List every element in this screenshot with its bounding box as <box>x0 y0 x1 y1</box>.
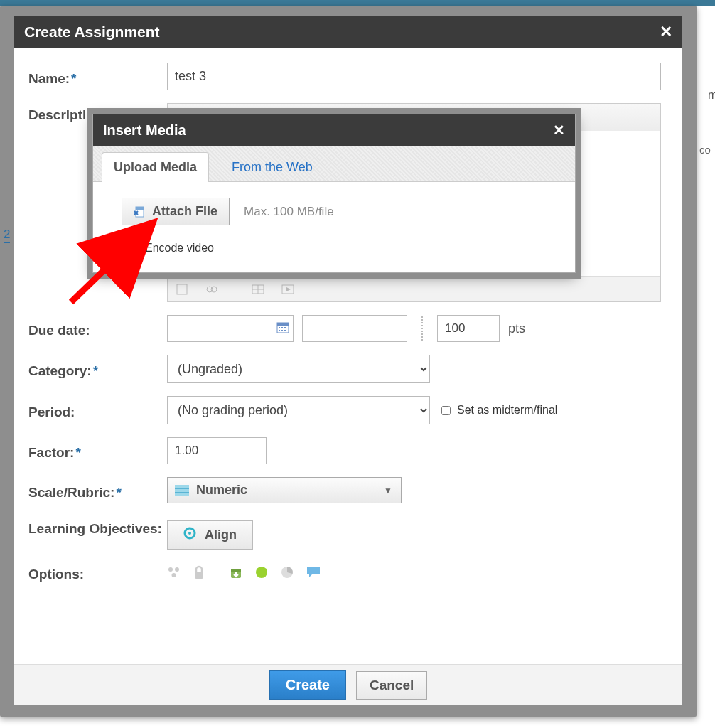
svg-rect-40 <box>195 572 203 579</box>
scale-dropdown[interactable]: Numeric ▼ <box>167 477 402 503</box>
calendar-icon[interactable] <box>276 321 289 336</box>
editor-bottom-toolbar <box>168 276 660 301</box>
svg-rect-27 <box>281 327 283 328</box>
share-icon[interactable] <box>167 565 181 579</box>
midterm-checkbox[interactable] <box>441 406 451 415</box>
create-button[interactable]: Create <box>269 670 346 700</box>
chevron-down-icon: ▼ <box>384 486 392 496</box>
row-period: Period: (No grading period) Set as midte… <box>28 396 668 424</box>
row-scale: Scale/Rubric:* Numeric ▼ <box>28 477 668 503</box>
attach-file-button[interactable]: Attach File <box>122 198 230 225</box>
dialog-header: Create Assignment ✕ <box>14 16 682 48</box>
row-options: Options: <box>28 562 668 582</box>
svg-rect-32 <box>175 485 189 496</box>
name-input[interactable] <box>167 63 661 90</box>
attachment-icon[interactable] <box>175 282 189 296</box>
factor-label-text: Factor: <box>28 445 74 460</box>
dotted-separator <box>421 316 423 341</box>
category-select[interactable]: (Ungraded) <box>167 355 430 383</box>
dialog-footer: Create Cancel <box>14 664 682 705</box>
cancel-button[interactable]: Cancel <box>356 671 427 700</box>
label-period: Period: <box>28 400 167 420</box>
label-scale: Scale/Rubric:* <box>28 481 167 500</box>
required-star: * <box>93 363 98 378</box>
label-name: Name:* <box>28 67 167 87</box>
svg-point-39 <box>172 573 176 577</box>
svg-rect-15 <box>177 284 187 294</box>
required-star: * <box>71 71 76 86</box>
svg-rect-26 <box>279 327 280 328</box>
due-date-input[interactable] <box>167 315 294 342</box>
media-icon[interactable] <box>281 282 295 296</box>
row-name: Name:* <box>28 63 668 90</box>
svg-rect-24 <box>277 323 289 326</box>
scale-value: Numeric <box>196 483 247 498</box>
row-due-date: Due date: pts <box>28 315 668 342</box>
attach-file-icon <box>134 205 146 218</box>
page-top-bar <box>0 0 715 6</box>
insert-media-title: Insert Media <box>103 122 186 139</box>
attach-file-label: Attach File <box>152 204 217 219</box>
insert-media-header: Insert Media ✕ <box>93 114 575 146</box>
scale-label-text: Scale/Rubric: <box>28 485 114 500</box>
due-time-input[interactable] <box>302 315 407 342</box>
svg-point-36 <box>188 532 191 535</box>
svg-point-37 <box>168 567 173 572</box>
status-dot-icon[interactable] <box>254 565 269 579</box>
encode-video-checkbox[interactable] <box>124 242 137 255</box>
link-icon[interactable] <box>205 282 219 296</box>
insert-media-tabs: Upload Media From the Web <box>93 146 575 182</box>
row-category: Category:* (Ungraded) <box>28 355 668 383</box>
tab-upload-media[interactable]: Upload Media <box>102 152 209 182</box>
insert-media-body: Attach File Max. 100 MB/file Encode vide… <box>93 182 575 272</box>
svg-rect-29 <box>279 330 280 331</box>
options-icons <box>167 564 321 581</box>
svg-marker-22 <box>286 287 291 291</box>
svg-rect-30 <box>281 330 283 331</box>
row-learning-objectives: Learning Objectives: Align <box>28 516 668 550</box>
close-icon[interactable]: ✕ <box>660 23 672 41</box>
svg-rect-28 <box>284 327 286 328</box>
factor-input[interactable] <box>167 437 267 464</box>
required-star: * <box>116 485 121 500</box>
target-icon <box>183 527 196 543</box>
insert-media-dialog: Insert Media ✕ Upload Media From the Web… <box>92 114 576 273</box>
midterm-label: Set as midterm/final <box>457 404 557 417</box>
svg-rect-46 <box>136 207 144 210</box>
package-icon[interactable] <box>229 565 243 579</box>
svg-rect-42 <box>231 569 241 572</box>
name-label-text: Name: <box>28 71 70 86</box>
scale-icon <box>175 485 189 496</box>
encode-video-label: Encode video <box>145 242 214 255</box>
category-label-text: Category: <box>28 363 92 378</box>
points-input[interactable] <box>437 315 500 342</box>
pie-icon[interactable] <box>280 565 294 579</box>
label-learning: Learning Objectives: <box>28 516 167 537</box>
svg-rect-31 <box>284 330 286 331</box>
required-star: * <box>75 445 80 460</box>
svg-point-43 <box>256 567 267 578</box>
separator <box>217 564 217 581</box>
row-factor: Factor:* <box>28 437 668 464</box>
bg-letter-m: m <box>708 89 715 102</box>
period-select[interactable]: (No grading period) <box>167 396 430 424</box>
label-options: Options: <box>28 562 167 582</box>
label-factor: Factor:* <box>28 441 167 461</box>
svg-point-38 <box>175 567 179 572</box>
points-label: pts <box>508 321 525 336</box>
separator <box>235 282 235 297</box>
file-size-hint: Max. 100 MB/file <box>244 205 334 219</box>
svg-point-17 <box>211 287 217 292</box>
label-category: Category:* <box>28 359 167 379</box>
bg-letters-co: co <box>699 144 711 156</box>
align-label: Align <box>205 528 237 542</box>
lock-icon[interactable] <box>193 565 205 579</box>
close-icon[interactable]: ✕ <box>553 122 565 139</box>
dialog-title: Create Assignment <box>24 23 160 41</box>
align-button[interactable]: Align <box>167 520 253 550</box>
comment-icon[interactable] <box>306 565 321 579</box>
label-due-date: Due date: <box>28 318 167 338</box>
bg-number-2[interactable]: 2 <box>4 228 10 243</box>
tab-from-web[interactable]: From the Web <box>220 153 324 182</box>
table-icon[interactable] <box>251 282 265 296</box>
